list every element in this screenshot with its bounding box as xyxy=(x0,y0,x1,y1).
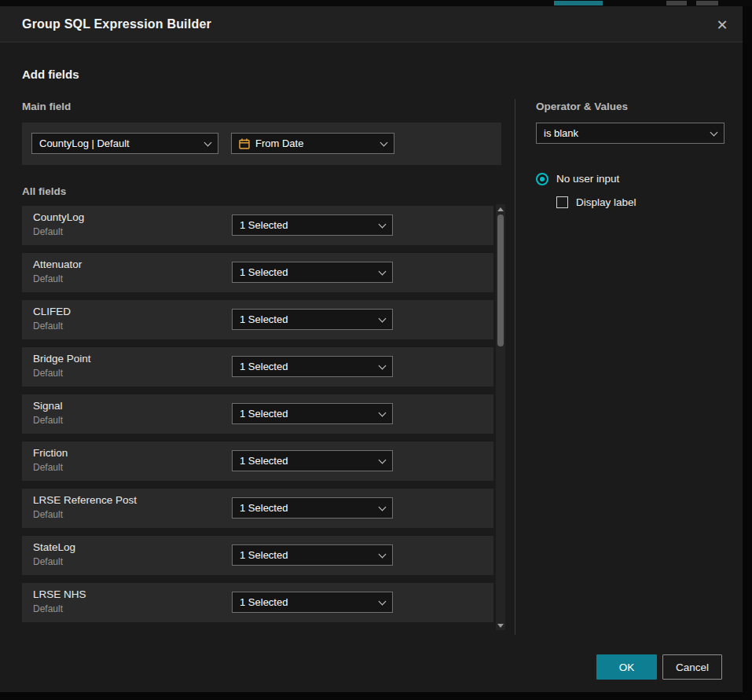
field-name: LRSE NHS xyxy=(33,588,86,600)
date-field-select-value: From Date xyxy=(255,137,375,149)
operator-values-label: Operator & Values xyxy=(536,101,628,112)
layer-select-value: CountyLog | Default xyxy=(39,137,199,149)
field-name: Bridge Point xyxy=(33,353,91,365)
date-field-select[interactable]: From Date xyxy=(231,133,394,154)
all-fields-list: CountyLog Default 1 Selected Attenuator … xyxy=(22,206,493,630)
field-selection-dropdown[interactable]: 1 Selected xyxy=(232,262,393,283)
chevron-down-icon xyxy=(379,361,387,369)
field-selection-dropdown[interactable]: 1 Selected xyxy=(232,497,393,519)
dialog-header: Group SQL Expression Builder ✕ xyxy=(0,6,743,42)
group-sql-expression-builder-dialog: Group SQL Expression Builder ✕ Add field… xyxy=(0,6,743,692)
display-label-text: Display label xyxy=(576,196,636,208)
chevron-down-icon xyxy=(379,456,387,464)
column-divider xyxy=(515,99,515,635)
field-sublabel: Default xyxy=(33,556,63,567)
dropdown-value: 1 Selected xyxy=(240,502,373,514)
no-user-input-label: No user input xyxy=(556,173,619,185)
operator-select[interactable]: is blank xyxy=(536,123,724,144)
dropdown-value: 1 Selected xyxy=(240,549,373,561)
chevron-down-icon xyxy=(379,220,387,228)
chevron-down-icon xyxy=(379,597,387,605)
field-selection-dropdown[interactable]: 1 Selected xyxy=(232,356,393,377)
scroll-up-arrow[interactable] xyxy=(496,204,505,214)
field-name: StateLog xyxy=(33,541,75,553)
operator-select-value: is blank xyxy=(544,127,705,139)
dropdown-value: 1 Selected xyxy=(240,596,373,608)
add-fields-heading: Add fields xyxy=(22,68,79,81)
field-row-bridge-point: Bridge Point Default 1 Selected xyxy=(22,347,493,387)
fields-scrollbar[interactable] xyxy=(496,204,505,630)
ok-button[interactable]: OK xyxy=(596,654,657,680)
clipped-app-icon xyxy=(696,1,718,5)
field-sublabel: Default xyxy=(33,509,63,520)
chevron-down-icon xyxy=(379,314,387,322)
field-name: LRSE Reference Post xyxy=(33,494,137,506)
chevron-down-icon xyxy=(379,550,387,558)
field-name: Friction xyxy=(33,447,68,459)
all-fields-label: All fields xyxy=(22,185,66,197)
dropdown-value: 1 Selected xyxy=(240,361,373,372)
chevron-down-icon xyxy=(710,128,718,136)
chevron-down-icon xyxy=(380,138,388,146)
field-sublabel: Default xyxy=(33,226,63,237)
clipped-app-icon xyxy=(666,1,687,5)
calendar-icon xyxy=(239,138,250,149)
field-sublabel: Default xyxy=(33,273,63,284)
field-row-statelog: StateLog Default 1 Selected xyxy=(22,536,493,575)
dropdown-value: 1 Selected xyxy=(240,219,373,231)
dropdown-value: 1 Selected xyxy=(240,455,373,467)
cancel-button[interactable]: Cancel xyxy=(662,654,722,680)
field-name: Signal xyxy=(33,400,63,412)
screen: Group SQL Expression Builder ✕ Add field… xyxy=(0,0,752,700)
display-label-option[interactable]: Display label xyxy=(556,196,636,208)
field-row-friction: Friction Default 1 Selected xyxy=(22,442,493,481)
field-name: Attenuator xyxy=(33,258,82,270)
checkbox-unchecked-icon[interactable] xyxy=(556,196,568,208)
field-row-lrse-nhs: LRSE NHS Default 1 Selected xyxy=(22,583,493,622)
field-row-signal: Signal Default 1 Selected xyxy=(22,394,493,434)
main-field-label: Main field xyxy=(22,101,71,112)
field-selection-dropdown[interactable]: 1 Selected xyxy=(232,403,393,424)
chevron-down-icon xyxy=(379,503,387,511)
field-row-countylog: CountyLog Default 1 Selected xyxy=(22,206,493,245)
main-field-panel: CountyLog | Default From Date xyxy=(22,123,501,165)
scrollbar-thumb[interactable] xyxy=(497,214,504,346)
field-sublabel: Default xyxy=(33,321,63,332)
chevron-down-icon xyxy=(204,138,212,146)
field-sublabel: Default xyxy=(33,368,63,379)
field-selection-dropdown[interactable]: 1 Selected xyxy=(232,592,393,613)
field-name: CLIFED xyxy=(33,306,71,317)
field-sublabel: Default xyxy=(33,462,63,473)
field-sublabel: Default xyxy=(33,415,63,426)
field-row-clifed: CLIFED Default 1 Selected xyxy=(22,300,493,339)
clipped-app-text xyxy=(554,1,603,5)
radio-selected-icon[interactable] xyxy=(536,173,548,185)
field-row-lrse-reference-post: LRSE Reference Post Default 1 Selected xyxy=(22,489,493,528)
underlying-app-edge xyxy=(0,0,752,6)
close-icon[interactable]: ✕ xyxy=(712,15,732,35)
dropdown-value: 1 Selected xyxy=(240,408,373,420)
dropdown-value: 1 Selected xyxy=(240,266,373,278)
field-selection-dropdown[interactable]: 1 Selected xyxy=(232,450,393,471)
field-row-attenuator: Attenuator Default 1 Selected xyxy=(22,253,493,292)
dialog-title: Group SQL Expression Builder xyxy=(22,6,211,42)
field-name: CountyLog xyxy=(33,211,84,223)
chevron-down-icon xyxy=(379,409,387,416)
chevron-down-icon xyxy=(379,267,387,275)
scroll-down-arrow[interactable] xyxy=(496,621,505,630)
field-selection-dropdown[interactable]: 1 Selected xyxy=(232,309,393,330)
no-user-input-option[interactable]: No user input xyxy=(536,172,619,185)
field-sublabel: Default xyxy=(33,603,63,614)
layer-select[interactable]: CountyLog | Default xyxy=(31,133,218,154)
field-selection-dropdown[interactable]: 1 Selected xyxy=(232,544,393,566)
field-selection-dropdown[interactable]: 1 Selected xyxy=(232,214,393,236)
dropdown-value: 1 Selected xyxy=(240,313,373,325)
